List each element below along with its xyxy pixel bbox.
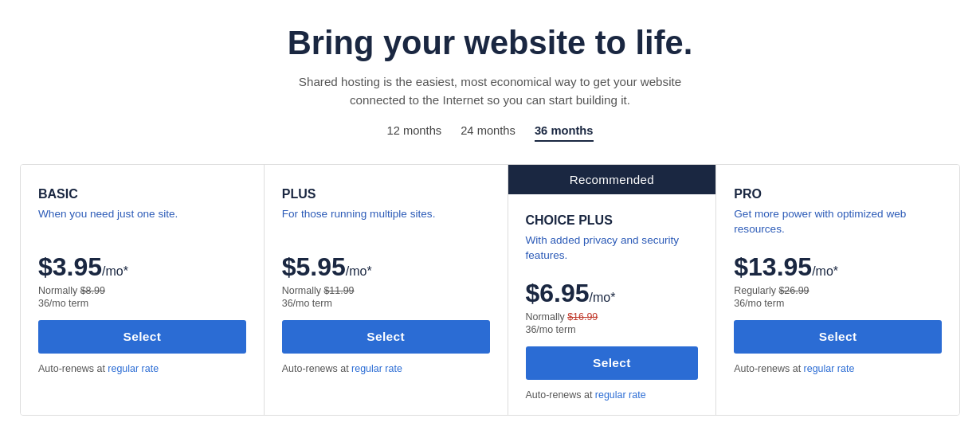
- recommended-badge: Recommended: [508, 165, 716, 194]
- plan-name-pro: PRO: [734, 187, 942, 201]
- plan-desc-choiceplus: With added privacy and security features…: [526, 233, 699, 264]
- plan-autorenew-plus: Auto-renews at regular rate: [282, 363, 490, 374]
- select-button-plus[interactable]: Select: [282, 320, 490, 354]
- plan-autorenew-basic: Auto-renews at regular rate: [38, 363, 246, 374]
- plan-price-pro: $13.95/mo*: [734, 252, 942, 282]
- plan-normally-basic: Normally $8.99: [38, 285, 246, 296]
- plan-plus: PLUS For those running multiple sites. $…: [265, 165, 508, 415]
- select-button-choiceplus[interactable]: Select: [526, 346, 699, 380]
- plan-name-plus: PLUS: [282, 187, 490, 201]
- plan-choiceplus: Recommended CHOICE PLUS With added priva…: [508, 165, 717, 415]
- hero-title: Bring your website to life.: [288, 24, 692, 62]
- billing-tabs: 12 months 24 months 36 months: [386, 124, 593, 142]
- tab-36months[interactable]: 36 months: [535, 124, 594, 142]
- plan-term-basic: 36/mo term: [38, 298, 246, 309]
- regular-rate-link-choiceplus[interactable]: regular rate: [595, 389, 646, 401]
- plan-normally-pro: Regularly $26.99: [734, 285, 942, 296]
- plan-autorenew-pro: Auto-renews at regular rate: [734, 363, 942, 374]
- plan-pro: PRO Get more power with optimized web re…: [716, 165, 959, 415]
- select-button-basic[interactable]: Select: [38, 320, 246, 354]
- plan-desc-basic: When you need just one site.: [38, 206, 246, 238]
- plan-name-choiceplus: CHOICE PLUS: [526, 213, 699, 228]
- regular-rate-link-plus[interactable]: regular rate: [351, 363, 402, 374]
- plan-desc-plus: For those running multiple sites.: [282, 206, 490, 238]
- plan-price-plus: $5.95/mo*: [282, 252, 490, 282]
- regular-rate-link-pro[interactable]: regular rate: [804, 363, 855, 374]
- plan-desc-pro: Get more power with optimized web resour…: [734, 206, 942, 238]
- plan-basic: BASIC When you need just one site. $3.95…: [21, 165, 265, 415]
- tab-24months[interactable]: 24 months: [461, 124, 515, 142]
- plan-price-choiceplus: $6.95/mo*: [526, 279, 699, 308]
- hero-subtitle: Shared hosting is the easiest, most econ…: [283, 73, 697, 110]
- plan-normally-choiceplus: Normally $16.99: [526, 311, 699, 322]
- plan-autorenew-choiceplus: Auto-renews at regular rate: [526, 389, 699, 401]
- plan-term-plus: 36/mo term: [282, 298, 490, 309]
- plan-term-choiceplus: 36/mo term: [526, 324, 699, 335]
- plan-name-basic: BASIC: [38, 187, 246, 201]
- tab-12months[interactable]: 12 months: [386, 124, 441, 142]
- select-button-pro[interactable]: Select: [734, 320, 942, 354]
- pricing-cards: BASIC When you need just one site. $3.95…: [20, 164, 960, 416]
- plan-normally-plus: Normally $11.99: [282, 285, 490, 296]
- plan-term-pro: 36/mo term: [734, 298, 942, 309]
- plan-price-basic: $3.95/mo*: [38, 252, 246, 282]
- regular-rate-link-basic[interactable]: regular rate: [108, 363, 159, 374]
